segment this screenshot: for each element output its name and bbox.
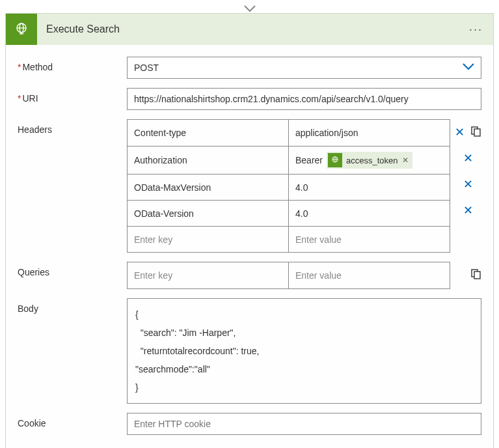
header-value[interactable]: Bearer access_token: [288, 147, 450, 174]
queries-side-actions: [450, 262, 481, 288]
headers-table: Content-type application/json Authorizat…: [127, 119, 450, 253]
cookie-input[interactable]: [127, 413, 481, 435]
uri-label: URI: [18, 88, 127, 110]
method-label: Method: [18, 57, 127, 79]
uri-input[interactable]: [127, 88, 481, 110]
method-select[interactable]: POST: [127, 57, 481, 79]
delete-header-button[interactable]: ✕: [455, 126, 465, 138]
query-value-input[interactable]: Enter value: [288, 262, 450, 288]
header-row-empty: Enter key Enter value: [128, 226, 450, 252]
method-value: POST: [134, 63, 159, 73]
header-row: Authorization Bearer: [128, 146, 450, 174]
body-label: Body: [18, 298, 127, 404]
svg-rect-11: [474, 272, 480, 279]
chevron-down-icon: [463, 63, 474, 73]
queries-label: Queries: [18, 262, 127, 289]
http-connector-icon: [6, 14, 37, 45]
delete-header-button[interactable]: ✕: [463, 204, 473, 216]
header-value[interactable]: 4.0: [288, 201, 450, 226]
cookie-label: Cookie: [18, 413, 127, 435]
dynamic-token[interactable]: access_token ✕: [327, 152, 412, 169]
queries-table: Enter key Enter value: [127, 262, 450, 289]
headers-label: Headers: [18, 119, 127, 253]
token-remove-icon[interactable]: ✕: [402, 156, 409, 165]
bulk-edit-button[interactable]: [471, 126, 481, 139]
query-key-input[interactable]: Enter key: [128, 262, 288, 288]
headers-side-actions: ✕ ✕ ✕ ✕: [450, 119, 481, 249]
delete-header-button[interactable]: ✕: [463, 152, 473, 164]
header-row: OData-MaxVersion 4.0: [128, 174, 450, 200]
header-key[interactable]: OData-MaxVersion: [128, 175, 288, 200]
svg-rect-9: [474, 129, 480, 136]
header-row: Content-type application/json: [128, 120, 450, 146]
header-value-prefix: Bearer: [295, 155, 323, 165]
action-card: Execute Search ··· Method POST URI Heade…: [5, 13, 494, 448]
header-key-input[interactable]: Enter key: [128, 227, 288, 252]
header-key[interactable]: Authorization: [128, 147, 288, 174]
query-row-empty: Enter key Enter value: [128, 262, 450, 288]
card-title[interactable]: Execute Search: [37, 23, 459, 35]
header-key[interactable]: OData-Version: [128, 201, 288, 226]
http-connector-icon: [328, 153, 342, 167]
header-row: OData-Version 4.0: [128, 200, 450, 226]
header-value[interactable]: application/json: [288, 120, 450, 146]
header-key[interactable]: Content-type: [128, 120, 288, 146]
card-header[interactable]: Execute Search ···: [6, 14, 493, 45]
delete-header-button[interactable]: ✕: [463, 178, 473, 190]
token-label: access_token: [346, 156, 398, 165]
bulk-edit-button[interactable]: [471, 269, 481, 281]
header-value-input[interactable]: Enter value: [288, 227, 450, 252]
header-value[interactable]: 4.0: [288, 175, 450, 200]
card-menu-button[interactable]: ···: [459, 23, 493, 36]
body-input[interactable]: { "search": "Jim -Harper", "returntotalr…: [127, 298, 481, 404]
